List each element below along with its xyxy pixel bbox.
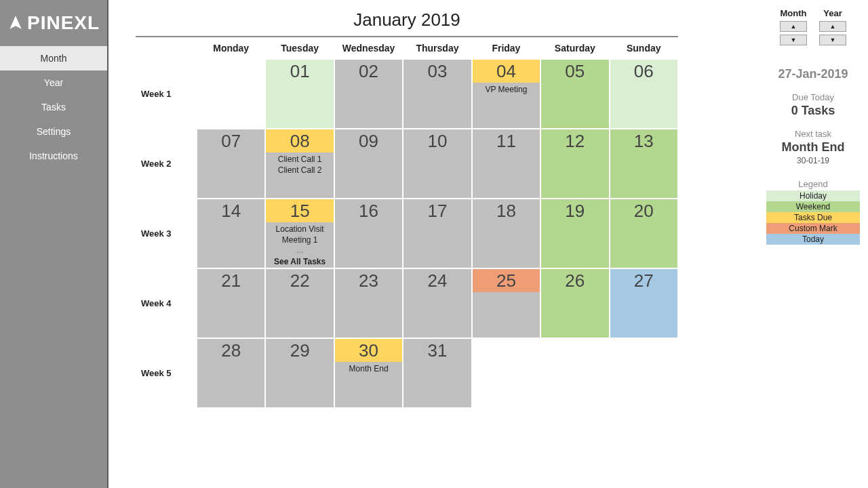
day-body [335, 292, 402, 338]
calendar-grid: MondayTuesdayWednesdayThursdayFridaySatu… [136, 37, 678, 408]
day-header: Monday [197, 37, 265, 59]
day-body [403, 83, 471, 128]
year-down-button[interactable]: ▼ [819, 35, 846, 45]
day-body [403, 292, 471, 338]
day-cell[interactable]: 30Month End [334, 338, 403, 408]
year-spinner: Year ▲ ▼ [819, 8, 846, 48]
day-body [197, 152, 264, 198]
day-cell[interactable]: 15Location VisitMeeting 1…See All Tasks [265, 199, 334, 268]
day-body [403, 222, 471, 268]
day-body: Location VisitMeeting 1…See All Tasks [266, 222, 333, 268]
day-body [335, 152, 402, 198]
legend-item: Custom Mark [766, 223, 860, 234]
day-cell[interactable]: 31 [403, 338, 471, 408]
day-cell[interactable]: 04VP Meeting [472, 59, 540, 129]
day-cell[interactable]: 25 [472, 268, 540, 338]
month-up-button[interactable]: ▲ [780, 21, 807, 32]
main-area: January 2019 MondayTuesdayWednesdayThurs… [108, 0, 766, 488]
sidebar-item-settings[interactable]: Settings [0, 119, 107, 144]
day-number: 05 [541, 60, 608, 83]
sidebar-item-instructions[interactable]: Instructions [0, 144, 107, 168]
month-down-button[interactable]: ▼ [780, 35, 807, 45]
day-cell[interactable]: 11 [472, 129, 540, 199]
next-task-date: 30-01-19 [766, 156, 860, 165]
day-cell[interactable]: 16 [334, 199, 403, 268]
day-body [403, 152, 471, 198]
week-label: Week 5 [136, 338, 197, 408]
day-number: 17 [403, 199, 471, 222]
day-cell[interactable]: 17 [403, 199, 471, 268]
day-cell[interactable]: 23 [334, 268, 403, 338]
sidebar-item-month[interactable]: Month [0, 46, 107, 70]
day-cell[interactable]: 20 [610, 199, 678, 268]
next-task-name: Month End [766, 140, 860, 155]
day-header: Thursday [403, 37, 471, 59]
sidebar-item-tasks[interactable]: Tasks [0, 95, 107, 119]
day-cell[interactable]: 09 [334, 129, 403, 199]
day-header: Tuesday [265, 37, 334, 59]
day-cell[interactable]: 19 [540, 199, 609, 268]
day-number: 30 [335, 339, 402, 362]
day-body [541, 292, 608, 338]
ellipsis: … [266, 245, 333, 256]
spinners: Month ▲ ▼ Year ▲ ▼ [766, 8, 860, 48]
day-body: Month End [335, 362, 402, 407]
day-number: 15 [266, 199, 333, 222]
day-body [197, 222, 264, 268]
day-number: 11 [473, 129, 540, 152]
day-cell[interactable]: 03 [403, 59, 471, 129]
day-cell[interactable]: 22 [265, 268, 334, 338]
month-spinner: Month ▲ ▼ [780, 8, 807, 48]
day-number: 10 [403, 129, 471, 152]
day-body [473, 222, 540, 268]
day-body [610, 292, 677, 338]
day-number: 31 [403, 339, 471, 362]
legend-item: Weekend [766, 201, 860, 212]
day-number: 28 [197, 339, 264, 362]
next-task-label: Next task [766, 129, 860, 139]
day-number: 16 [335, 199, 402, 222]
day-body: VP Meeting [473, 83, 540, 128]
day-cell[interactable]: 28 [197, 338, 265, 408]
day-number: 06 [610, 60, 677, 83]
day-body [335, 222, 402, 268]
day-cell[interactable]: 10 [403, 129, 471, 199]
day-body [197, 362, 264, 407]
day-cell[interactable]: 13 [610, 129, 678, 199]
see-all-tasks[interactable]: See All Tasks [266, 256, 333, 267]
day-number: 22 [266, 269, 333, 292]
week-label: Week 2 [136, 129, 197, 199]
year-up-button[interactable]: ▲ [819, 21, 846, 32]
day-cell[interactable]: 06 [610, 59, 678, 129]
day-number: 21 [197, 269, 264, 292]
day-number: 29 [266, 339, 333, 362]
day-cell[interactable]: 18 [472, 199, 540, 268]
due-today-section: Due Today 0 Tasks [766, 92, 860, 118]
task-line: Location Visit [266, 224, 333, 235]
day-body [610, 152, 677, 198]
day-cell[interactable]: 05 [540, 59, 609, 129]
day-cell[interactable]: 21 [197, 268, 265, 338]
brand-logo: PINEXL [0, 0, 107, 46]
day-number: 27 [610, 269, 677, 292]
day-cell[interactable]: 24 [403, 268, 471, 338]
day-cell[interactable]: 26 [540, 268, 609, 338]
day-header: Saturday [540, 37, 609, 59]
legend: Legend HolidayWeekendTasks DueCustom Mar… [766, 179, 860, 245]
day-cell[interactable]: 12 [540, 129, 609, 199]
task-line: Client Call 2 [266, 165, 333, 176]
task-line: Meeting 1 [266, 235, 333, 245]
day-number: 12 [541, 129, 608, 152]
day-cell[interactable]: 27 [610, 268, 678, 338]
day-cell[interactable]: 07 [197, 129, 265, 199]
sidebar-item-year[interactable]: Year [0, 70, 107, 95]
day-body [266, 362, 333, 407]
day-body [403, 362, 471, 407]
week-label: Week 3 [136, 199, 197, 268]
day-cell[interactable]: 14 [197, 199, 265, 268]
day-cell[interactable]: 29 [265, 338, 334, 408]
day-cell[interactable]: 08Client Call 1Client Call 2 [265, 129, 334, 199]
day-cell[interactable]: 02 [334, 59, 403, 129]
day-cell[interactable]: 01 [265, 59, 334, 129]
day-number: 09 [335, 129, 402, 152]
